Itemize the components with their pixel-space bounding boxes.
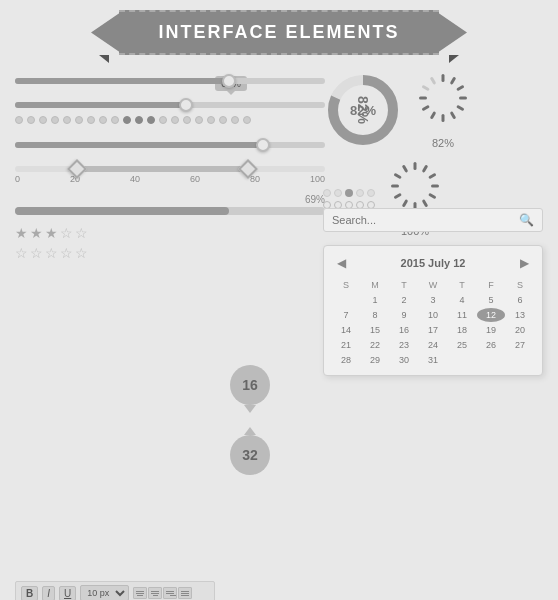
slider-3[interactable] [15, 142, 325, 148]
search-icon[interactable]: 🔍 [519, 213, 534, 227]
cal-day[interactable]: 28 [332, 353, 360, 367]
align-justify-button[interactable] [178, 587, 192, 599]
dot-20[interactable] [243, 116, 251, 124]
cal-day[interactable]: 19 [477, 323, 505, 337]
dot-18[interactable] [219, 116, 227, 124]
dot-14[interactable] [171, 116, 179, 124]
star-1-3[interactable]: ★ [45, 225, 58, 241]
search-input[interactable] [332, 214, 519, 226]
star-2-2[interactable]: ☆ [30, 245, 43, 261]
cal-day[interactable]: 20 [506, 323, 534, 337]
cal-day[interactable]: 17 [419, 323, 447, 337]
cal-day[interactable]: 24 [419, 338, 447, 352]
slider-3-thumb[interactable] [256, 138, 270, 152]
cal-day-header: M [361, 278, 389, 292]
calendar-prev-button[interactable]: ◀ [332, 254, 351, 272]
dot-5[interactable] [63, 116, 71, 124]
star-1-1[interactable]: ★ [15, 225, 28, 241]
star-1-5[interactable]: ☆ [75, 225, 88, 241]
dot-10[interactable] [123, 116, 131, 124]
star-1-4[interactable]: ☆ [60, 225, 73, 241]
editor-toolbar: B I U 10 px 12 px 14 px [15, 581, 215, 600]
right-column: 82% 82% 82% [323, 60, 543, 237]
banner-title: INTERFACE ELEMENTS [158, 22, 399, 42]
dot-ind-4[interactable] [356, 189, 364, 197]
range-labels: 0 20 40 60 80 100 [15, 174, 325, 184]
star-2-1[interactable]: ☆ [15, 245, 28, 261]
cal-day [332, 293, 360, 307]
cal-day[interactable]: 22 [361, 338, 389, 352]
dot-19[interactable] [231, 116, 239, 124]
align-left-button[interactable] [133, 587, 147, 599]
cal-day[interactable]: 21 [332, 338, 360, 352]
cal-day[interactable]: 15 [361, 323, 389, 337]
cal-day[interactable]: 30 [390, 353, 418, 367]
calendar-next-button[interactable]: ▶ [515, 254, 534, 272]
dot-ind-3[interactable] [345, 189, 353, 197]
font-size-select[interactable]: 10 px 12 px 14 px [80, 585, 129, 600]
cal-day[interactable]: 2 [390, 293, 418, 307]
cal-day[interactable]: 18 [448, 323, 476, 337]
dot-9[interactable] [111, 116, 119, 124]
cal-day[interactable]: 26 [477, 338, 505, 352]
dot-15[interactable] [183, 116, 191, 124]
dot-4[interactable] [51, 116, 59, 124]
dot-2[interactable] [27, 116, 35, 124]
cal-day[interactable]: 23 [390, 338, 418, 352]
cal-day[interactable]: 5 [477, 293, 505, 307]
bold-button[interactable]: B [21, 586, 38, 601]
align-center-button[interactable] [148, 587, 162, 599]
cal-day[interactable]: 14 [332, 323, 360, 337]
cal-day[interactable]: 13 [506, 308, 534, 322]
dot-6[interactable] [75, 116, 83, 124]
stars-row-1[interactable]: ★ ★ ★ ☆ ☆ [15, 225, 325, 241]
slider-2[interactable] [15, 102, 325, 108]
cal-day[interactable]: 1 [361, 293, 389, 307]
star-2-4[interactable]: ☆ [60, 245, 73, 261]
dot-8[interactable] [99, 116, 107, 124]
stars-row-2[interactable]: ☆ ☆ ☆ ☆ ☆ [15, 245, 325, 261]
cal-day[interactable]: 10 [419, 308, 447, 322]
dot-ind-2[interactable] [334, 189, 342, 197]
cal-day[interactable]: 11 [448, 308, 476, 322]
dot-row[interactable] [15, 116, 325, 124]
cal-day[interactable]: 16 [390, 323, 418, 337]
cal-day[interactable]: 25 [448, 338, 476, 352]
cal-day[interactable]: 3 [419, 293, 447, 307]
cal-day[interactable]: 29 [361, 353, 389, 367]
dot-7[interactable] [87, 116, 95, 124]
dot-13[interactable] [159, 116, 167, 124]
dot-ind-5[interactable] [367, 189, 375, 197]
dot-11[interactable] [135, 116, 143, 124]
underline-button[interactable]: U [59, 586, 76, 601]
align-right-button[interactable] [163, 587, 177, 599]
range-slider-track[interactable] [15, 166, 325, 172]
slider-1-track[interactable] [15, 78, 325, 84]
cal-day[interactable]: 27 [506, 338, 534, 352]
cal-day[interactable]: 6 [506, 293, 534, 307]
slider-1-thumb[interactable] [222, 74, 236, 88]
dot-12[interactable] [147, 116, 155, 124]
italic-button[interactable]: I [42, 586, 55, 601]
cal-day[interactable]: 8 [361, 308, 389, 322]
dot-16[interactable] [195, 116, 203, 124]
cal-day[interactable]: 4 [448, 293, 476, 307]
cal-day[interactable]: 9 [390, 308, 418, 322]
slider-2-track[interactable] [15, 102, 325, 108]
range-slider[interactable]: 0 20 40 60 80 100 [15, 166, 325, 184]
dot-3[interactable] [39, 116, 47, 124]
cal-day[interactable]: 12 [477, 308, 505, 322]
cal-day[interactable]: 31 [419, 353, 447, 367]
dot-1[interactable] [15, 116, 23, 124]
slider-1[interactable]: 69% [15, 78, 325, 84]
slider-2-thumb[interactable] [179, 98, 193, 112]
cal-day [506, 353, 534, 367]
dot-indicators [323, 189, 375, 209]
cal-day[interactable]: 7 [332, 308, 360, 322]
star-2-3[interactable]: ☆ [45, 245, 58, 261]
dot-ind-1[interactable] [323, 189, 331, 197]
star-1-2[interactable]: ★ [30, 225, 43, 241]
slider-3-track[interactable] [15, 142, 325, 148]
star-2-5[interactable]: ☆ [75, 245, 88, 261]
dot-17[interactable] [207, 116, 215, 124]
